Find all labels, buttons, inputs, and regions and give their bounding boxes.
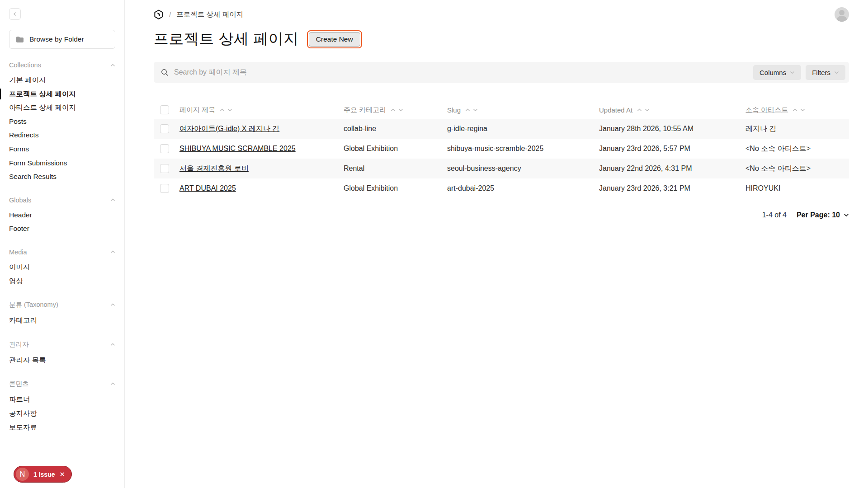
sort-desc-icon[interactable] (800, 108, 805, 112)
nav-group-header[interactable]: Collections (9, 61, 115, 69)
row-checkbox[interactable] (160, 164, 169, 173)
nav-group-header[interactable]: 콘텐츠 (9, 380, 115, 388)
sidebar-item-search-results[interactable]: Search Results (9, 170, 115, 184)
sort-desc-icon[interactable] (398, 108, 403, 112)
sort-asc-icon[interactable] (465, 108, 470, 112)
row-checkbox[interactable] (160, 124, 169, 133)
sidebar-item-영상[interactable]: 영상 (9, 274, 115, 288)
create-new-button[interactable]: Create New (309, 32, 360, 47)
row-checkbox[interactable] (160, 144, 169, 153)
chevron-up-icon (110, 343, 115, 346)
table-row: 서울 경제진흥원 로비Rentalseoul-business-agencyJa… (154, 159, 849, 178)
cell-slug: art-dubai-2025 (447, 184, 599, 192)
sidebar: Browse by Folder Collections 기본 페이지프로젝트 … (0, 0, 125, 488)
nav-group-header[interactable]: 분류 (Taxonomy) (9, 300, 115, 309)
cell-category: Global Exhibition (344, 184, 447, 192)
cell-slug: seoul-business-agency (447, 164, 599, 173)
cell-title: 여자아이들(G-idle) X 레지나 김 (179, 124, 344, 134)
nav-group: Globals HeaderFooter (9, 197, 115, 236)
nav-group: 관리자 관리자 목록 (9, 340, 115, 367)
sidebar-item-아티스트-상세-페이지[interactable]: 아티스트 상세 페이지 (9, 101, 115, 115)
sort-desc-icon[interactable] (473, 108, 478, 112)
sidebar-item-보도자료[interactable]: 보도자료 (9, 421, 115, 435)
close-icon[interactable]: ✕ (59, 471, 65, 478)
collection-list-table: 페이지 제목 주요 카테고리 Slug Updated At 소속 아티스트 여… (154, 101, 849, 198)
nav-group-header[interactable]: Media (9, 249, 115, 256)
column-label: 소속 아티스트 (745, 106, 788, 114)
cell-artist: HIROYUKI (745, 184, 849, 192)
per-page-select[interactable]: Per Page: 10 (797, 211, 849, 219)
page-title: 프로젝트 상세 페이지 (154, 29, 299, 49)
sidebar-item-이미지[interactable]: 이미지 (9, 260, 115, 274)
browse-by-folder-button[interactable]: Browse by Folder (9, 30, 115, 49)
sidebar-item-redirects[interactable]: Redirects (9, 128, 115, 142)
main-content: / 프로젝트 상세 페이지 프로젝트 상세 페이지 Create New Col… (125, 0, 868, 219)
sidebar-item-관리자-목록[interactable]: 관리자 목록 (9, 353, 115, 367)
sort-desc-icon[interactable] (645, 108, 650, 112)
sidebar-item-forms[interactable]: Forms (9, 142, 115, 156)
select-all-checkbox[interactable] (160, 105, 169, 114)
browse-by-folder-label: Browse by Folder (29, 35, 84, 43)
nav-group-label: 분류 (Taxonomy) (9, 300, 58, 309)
sidebar-item-form-submissions[interactable]: Form Submissions (9, 156, 115, 170)
table-row: 여자아이들(G-idle) X 레지나 김collab-lineg-idle-r… (154, 119, 849, 139)
row-title-link[interactable]: ART DUBAI 2025 (179, 184, 236, 192)
column-header: Updated At (599, 106, 745, 114)
cell-title: SHIBUYA MUSIC SCRAMBLE 2025 (179, 145, 344, 153)
chevron-down-icon (834, 71, 839, 74)
breadcrumb-separator: / (169, 11, 171, 19)
row-title-link[interactable]: SHIBUYA MUSIC SCRAMBLE 2025 (179, 145, 296, 152)
chevron-up-icon (110, 382, 115, 385)
payload-logo-icon[interactable] (154, 9, 164, 19)
breadcrumb: / 프로젝트 상세 페이지 (154, 9, 243, 19)
search-icon (161, 69, 169, 76)
dev-issues-badge[interactable]: N 1 Issue ✕ (14, 466, 72, 483)
nav-group-header[interactable]: Globals (9, 197, 115, 204)
cell-slug: shibuya-music-scramble-2025 (447, 145, 599, 153)
row-checkbox[interactable] (160, 184, 169, 193)
table-row: ART DUBAI 2025Global Exhibitionart-dubai… (154, 178, 849, 198)
sidebar-item-프로젝트-상세-페이지[interactable]: 프로젝트 상세 페이지 (9, 87, 115, 101)
filters-button[interactable]: Filters (806, 65, 845, 80)
cell-updated-at: January 28th 2026, 10:55 AM (599, 125, 745, 133)
nav-group: Collections 기본 페이지프로젝트 상세 페이지아티스트 상세 페이지… (9, 61, 115, 184)
sort-asc-icon[interactable] (391, 108, 396, 112)
cell-category: Global Exhibition (344, 145, 447, 153)
nav-group: Media 이미지영상 (9, 249, 115, 288)
sidebar-item-파트너[interactable]: 파트너 (9, 393, 115, 407)
sort-asc-icon[interactable] (637, 108, 642, 112)
cell-artist: 레지나 김 (745, 124, 849, 134)
pagination-row: 1-4 of 4 Per Page: 10 (154, 211, 849, 219)
sidebar-item-header[interactable]: Header (9, 208, 115, 222)
nav-group: 분류 (Taxonomy) 카테고리 (9, 300, 115, 328)
row-title-link[interactable]: 서울 경제진흥원 로비 (179, 164, 249, 172)
nextjs-logo-icon: N (16, 468, 29, 481)
sort-desc-icon[interactable] (227, 108, 232, 112)
account-avatar[interactable] (835, 7, 849, 22)
column-header: Slug (447, 106, 599, 114)
sidebar-item-posts[interactable]: Posts (9, 115, 115, 129)
nav-group-label: 관리자 (9, 340, 29, 349)
chevron-up-icon (110, 64, 115, 67)
sidebar-item-공지사항[interactable]: 공지사항 (9, 407, 115, 421)
cell-artist: <No 소속 아티스트> (745, 164, 849, 174)
sidebar-item-footer[interactable]: Footer (9, 222, 115, 236)
sort-asc-icon[interactable] (220, 108, 225, 112)
column-label: Updated At (599, 106, 632, 114)
breadcrumb-current[interactable]: 프로젝트 상세 페이지 (176, 10, 243, 19)
search-input[interactable] (174, 68, 753, 76)
sidebar-item-기본-페이지[interactable]: 기본 페이지 (9, 73, 115, 87)
nav-group-label: Globals (9, 197, 31, 204)
columns-button[interactable]: Columns (753, 65, 801, 80)
chevron-up-icon (110, 198, 115, 202)
sidebar-item-카테고리[interactable]: 카테고리 (9, 314, 115, 328)
chevron-up-icon (110, 250, 115, 253)
chevron-down-icon (844, 213, 849, 217)
folder-icon (16, 36, 24, 43)
nav-group-header[interactable]: 관리자 (9, 340, 115, 349)
column-label: Slug (447, 106, 461, 114)
row-title-link[interactable]: 여자아이들(G-idle) X 레지나 김 (179, 125, 279, 132)
sidebar-collapse-button[interactable] (9, 8, 21, 20)
cell-category: Rental (344, 164, 447, 173)
sort-asc-icon[interactable] (793, 108, 797, 112)
